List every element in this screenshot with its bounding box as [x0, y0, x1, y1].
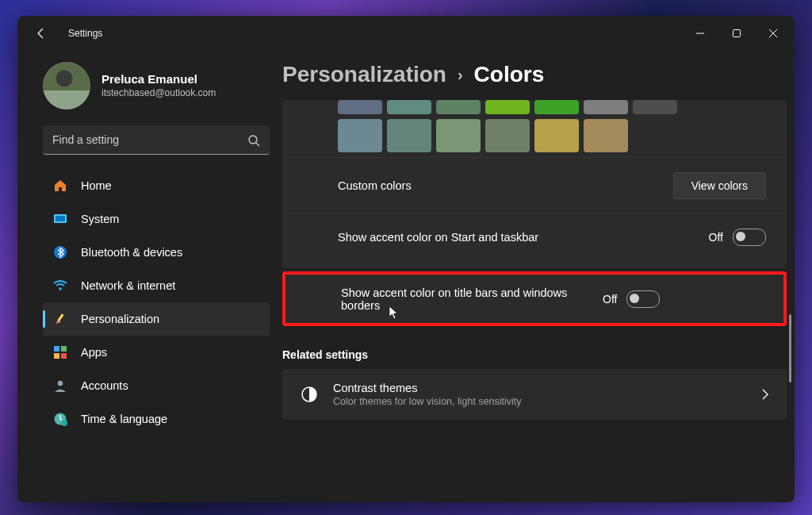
chevron-right-icon [761, 388, 769, 401]
swatch-row [282, 119, 787, 157]
apps-icon [52, 344, 68, 360]
accent-start-label: Show accent color on Start and taskbar [338, 231, 709, 244]
avatar [43, 62, 90, 110]
system-icon [52, 211, 68, 227]
contrast-title: Contrast themes [333, 382, 747, 394]
svg-rect-9 [54, 346, 59, 352]
accounts-icon [52, 378, 68, 394]
color-swatch[interactable] [534, 100, 579, 114]
sidebar-item-label: Time & language [81, 413, 167, 425]
svg-rect-12 [61, 353, 67, 359]
view-colors-button[interactable]: View colors [673, 172, 766, 199]
sidebar: Preluca Emanuel itstechbased@outlook.com… [17, 51, 282, 502]
svg-point-7 [59, 287, 62, 290]
color-swatch[interactable] [534, 119, 579, 152]
nav: Home System Bluetooth & devices Network … [43, 169, 270, 436]
sidebar-item-home[interactable]: Home [43, 169, 270, 202]
cursor-icon [389, 306, 400, 320]
svg-rect-1 [733, 30, 741, 37]
sidebar-item-personalization[interactable]: Personalization [43, 302, 270, 336]
sidebar-item-accounts[interactable]: Accounts [43, 369, 270, 402]
clock-icon [52, 411, 68, 427]
custom-colors-label: Custom colors [338, 179, 673, 192]
profile[interactable]: Preluca Emanuel itstechbased@outlook.com [43, 62, 270, 110]
content: Personalization › Colors Custom colors V… [282, 51, 795, 502]
color-swatch[interactable] [485, 119, 530, 152]
maximize-button[interactable] [718, 16, 755, 51]
toggle-state: Off [603, 293, 617, 306]
color-swatch[interactable] [387, 100, 431, 114]
color-swatches-card: Custom colors View colors Show accent co… [282, 100, 787, 268]
scrollbar-thumb[interactable] [789, 314, 791, 382]
breadcrumb: Personalization › Colors [282, 62, 787, 87]
sidebar-item-apps[interactable]: Apps [43, 336, 270, 369]
search-icon [247, 134, 260, 147]
contrast-icon [300, 385, 319, 404]
sidebar-item-network[interactable]: Network & internet [43, 269, 270, 302]
contrast-subtitle: Color themes for low vision, light sensi… [333, 396, 747, 407]
bluetooth-icon [52, 244, 68, 260]
color-swatch[interactable] [338, 100, 382, 114]
color-swatch[interactable] [387, 119, 431, 152]
close-button[interactable] [755, 16, 791, 51]
breadcrumb-parent[interactable]: Personalization [282, 62, 446, 87]
sidebar-item-label: Apps [81, 346, 107, 359]
back-button[interactable] [30, 22, 52, 44]
color-swatch[interactable] [584, 119, 628, 152]
titlebar: Settings [17, 16, 795, 51]
color-swatch[interactable] [338, 119, 382, 152]
sidebar-item-label: System [81, 213, 119, 225]
accent-start-toggle[interactable] [733, 229, 766, 246]
highlighted-setting: Show accent color on title bars and wind… [282, 271, 787, 326]
sidebar-item-label: Bluetooth & devices [81, 246, 182, 259]
sidebar-item-label: Personalization [81, 313, 159, 325]
home-icon [52, 178, 68, 194]
accent-titlebar-label: Show accent color on title bars and wind… [341, 286, 603, 312]
svg-line-3 [256, 143, 259, 146]
accent-titlebar-row: Show accent color on title bars and wind… [285, 275, 783, 323]
search [43, 125, 270, 155]
svg-point-2 [249, 136, 257, 144]
breadcrumb-current: Colors [474, 62, 545, 87]
settings-window: Settings Preluca Emanuel itstechbased@ou… [17, 16, 795, 502]
accent-titlebar-toggle[interactable] [626, 290, 660, 308]
custom-colors-row: Custom colors View colors [282, 157, 787, 213]
chevron-right-icon: › [458, 66, 463, 84]
color-swatch[interactable] [436, 100, 481, 114]
toggle-state: Off [709, 231, 723, 244]
related-settings-title: Related settings [282, 348, 787, 361]
color-swatch[interactable] [436, 119, 481, 152]
swatch-row [282, 100, 787, 119]
minimize-button[interactable] [682, 16, 718, 51]
sidebar-item-system[interactable]: System [43, 202, 270, 236]
sidebar-item-label: Network & internet [81, 279, 175, 292]
contrast-themes-row[interactable]: Contrast themes Color themes for low vis… [282, 369, 787, 420]
svg-rect-11 [54, 353, 59, 359]
wifi-icon [52, 278, 68, 294]
svg-rect-8 [57, 313, 63, 321]
profile-name: Preluca Emanuel [102, 72, 216, 87]
svg-point-15 [61, 420, 67, 426]
sidebar-item-label: Accounts [81, 379, 128, 392]
sidebar-item-bluetooth[interactable]: Bluetooth & devices [43, 236, 270, 269]
svg-rect-5 [56, 216, 65, 221]
color-swatch[interactable] [584, 100, 628, 114]
search-input[interactable] [43, 125, 270, 155]
color-swatch[interactable] [633, 100, 677, 114]
svg-point-13 [58, 381, 63, 386]
sidebar-item-time[interactable]: Time & language [43, 402, 270, 436]
window-title: Settings [68, 28, 102, 39]
paintbrush-icon [52, 311, 68, 327]
accent-start-row: Show accent color on Start and taskbar O… [282, 213, 787, 260]
svg-rect-10 [61, 346, 67, 352]
sidebar-item-label: Home [81, 179, 112, 192]
color-swatch[interactable] [485, 100, 530, 114]
profile-email: itstechbased@outlook.com [102, 87, 216, 99]
